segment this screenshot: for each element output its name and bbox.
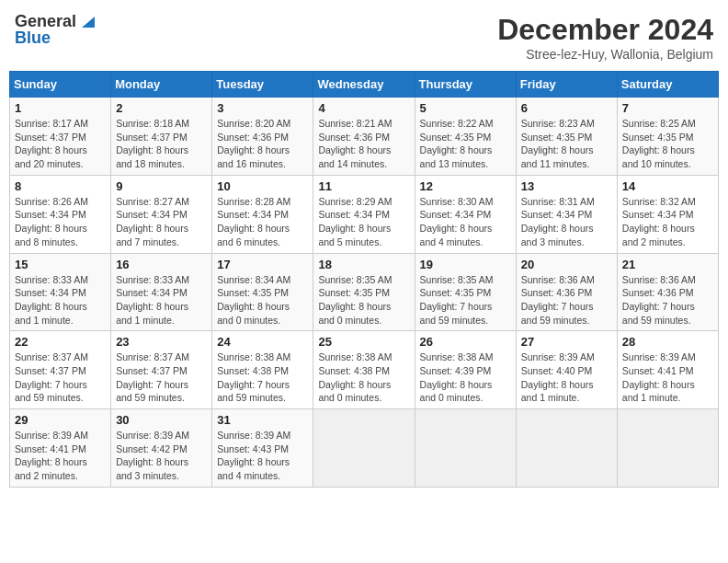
table-row: 10 Sunrise: 8:28 AM Sunset: 4:34 PM Dayl… bbox=[212, 175, 313, 253]
week-row-1: 1 Sunrise: 8:17 AM Sunset: 4:37 PM Dayli… bbox=[10, 98, 719, 176]
table-row: 27 Sunrise: 8:39 AM Sunset: 4:40 PM Dayl… bbox=[516, 331, 617, 409]
col-wednesday: Wednesday bbox=[313, 72, 415, 98]
table-row: 9 Sunrise: 8:27 AM Sunset: 4:34 PM Dayli… bbox=[111, 175, 212, 253]
table-row: 26 Sunrise: 8:38 AM Sunset: 4:39 PM Dayl… bbox=[415, 331, 516, 409]
table-row: 30 Sunrise: 8:39 AM Sunset: 4:42 PM Dayl… bbox=[111, 409, 212, 488]
table-row: 28 Sunrise: 8:39 AM Sunset: 4:41 PM Dayl… bbox=[617, 331, 718, 409]
logo-blue-text: Blue bbox=[15, 29, 95, 46]
title-section: December 2024 Stree-lez-Huy, Wallonia, B… bbox=[497, 13, 713, 62]
col-saturday: Saturday bbox=[617, 72, 718, 98]
table-row: 6 Sunrise: 8:23 AM Sunset: 4:35 PM Dayli… bbox=[516, 98, 617, 176]
table-row: 4 Sunrise: 8:21 AM Sunset: 4:36 PM Dayli… bbox=[313, 98, 415, 176]
week-row-5: 29 Sunrise: 8:39 AM Sunset: 4:41 PM Dayl… bbox=[10, 409, 719, 488]
logo: General Blue bbox=[15, 13, 95, 46]
table-row: 15 Sunrise: 8:33 AM Sunset: 4:34 PM Dayl… bbox=[10, 253, 111, 331]
col-monday: Monday bbox=[111, 72, 212, 98]
table-row: 2 Sunrise: 8:18 AM Sunset: 4:37 PM Dayli… bbox=[111, 98, 212, 176]
svg-marker-0 bbox=[82, 17, 95, 28]
table-row: 24 Sunrise: 8:38 AM Sunset: 4:38 PM Dayl… bbox=[212, 331, 313, 409]
table-row: 1 Sunrise: 8:17 AM Sunset: 4:37 PM Dayli… bbox=[10, 98, 111, 176]
table-row: 3 Sunrise: 8:20 AM Sunset: 4:36 PM Dayli… bbox=[212, 98, 313, 176]
calendar-table: Sunday Monday Tuesday Wednesday Thursday… bbox=[9, 71, 719, 488]
table-row: 5 Sunrise: 8:22 AM Sunset: 4:35 PM Dayli… bbox=[415, 98, 516, 176]
week-row-4: 22 Sunrise: 8:37 AM Sunset: 4:37 PM Dayl… bbox=[10, 331, 719, 409]
table-row: 29 Sunrise: 8:39 AM Sunset: 4:41 PM Dayl… bbox=[10, 409, 111, 488]
col-sunday: Sunday bbox=[10, 72, 111, 98]
empty-cell bbox=[415, 409, 516, 488]
table-row: 23 Sunrise: 8:37 AM Sunset: 4:37 PM Dayl… bbox=[111, 331, 212, 409]
empty-cell bbox=[516, 409, 617, 488]
table-row: 8 Sunrise: 8:26 AM Sunset: 4:34 PM Dayli… bbox=[10, 175, 111, 253]
empty-cell bbox=[617, 409, 718, 488]
table-row: 12 Sunrise: 8:30 AM Sunset: 4:34 PM Dayl… bbox=[415, 175, 516, 253]
table-row: 13 Sunrise: 8:31 AM Sunset: 4:34 PM Dayl… bbox=[516, 175, 617, 253]
empty-cell bbox=[313, 409, 415, 488]
logo-icon bbox=[78, 11, 95, 28]
table-row: 14 Sunrise: 8:32 AM Sunset: 4:34 PM Dayl… bbox=[617, 175, 718, 253]
col-friday: Friday bbox=[516, 72, 617, 98]
month-title: December 2024 bbox=[497, 13, 713, 47]
table-row: 17 Sunrise: 8:34 AM Sunset: 4:35 PM Dayl… bbox=[212, 253, 313, 331]
table-row: 20 Sunrise: 8:36 AM Sunset: 4:36 PM Dayl… bbox=[516, 253, 617, 331]
table-row: 7 Sunrise: 8:25 AM Sunset: 4:35 PM Dayli… bbox=[617, 98, 718, 176]
page-header: General Blue December 2024 Stree-lez-Huy… bbox=[9, 9, 719, 65]
col-thursday: Thursday bbox=[415, 72, 516, 98]
logo-general-text: General bbox=[15, 13, 76, 29]
table-row: 21 Sunrise: 8:36 AM Sunset: 4:36 PM Dayl… bbox=[617, 253, 718, 331]
table-row: 11 Sunrise: 8:29 AM Sunset: 4:34 PM Dayl… bbox=[313, 175, 415, 253]
table-row: 25 Sunrise: 8:38 AM Sunset: 4:38 PM Dayl… bbox=[313, 331, 415, 409]
table-row: 18 Sunrise: 8:35 AM Sunset: 4:35 PM Dayl… bbox=[313, 253, 415, 331]
table-row: 16 Sunrise: 8:33 AM Sunset: 4:34 PM Dayl… bbox=[111, 253, 212, 331]
week-row-2: 8 Sunrise: 8:26 AM Sunset: 4:34 PM Dayli… bbox=[10, 175, 719, 253]
location-subtitle: Stree-lez-Huy, Wallonia, Belgium bbox=[497, 47, 713, 62]
col-tuesday: Tuesday bbox=[212, 72, 313, 98]
week-row-3: 15 Sunrise: 8:33 AM Sunset: 4:34 PM Dayl… bbox=[10, 253, 719, 331]
table-row: 22 Sunrise: 8:37 AM Sunset: 4:37 PM Dayl… bbox=[10, 331, 111, 409]
table-row: 19 Sunrise: 8:35 AM Sunset: 4:35 PM Dayl… bbox=[415, 253, 516, 331]
table-row: 31 Sunrise: 8:39 AM Sunset: 4:43 PM Dayl… bbox=[212, 409, 313, 488]
calendar-header-row: Sunday Monday Tuesday Wednesday Thursday… bbox=[10, 72, 719, 98]
